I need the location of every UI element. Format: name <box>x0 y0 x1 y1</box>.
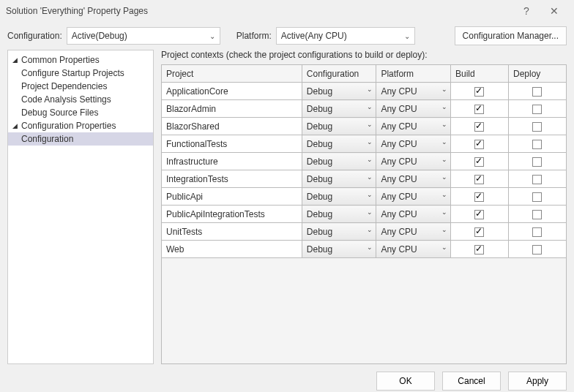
tree-item-configuration[interactable]: Configuration <box>8 132 153 146</box>
apply-button[interactable]: Apply <box>508 372 567 391</box>
cell-build <box>450 135 508 153</box>
build-checkbox[interactable] <box>474 105 484 114</box>
tree-item-debug-source-files[interactable]: Debug Source Files <box>8 106 153 119</box>
build-checkbox[interactable] <box>474 175 484 184</box>
deploy-checkbox[interactable] <box>532 245 542 255</box>
deploy-checkbox[interactable] <box>532 227 542 237</box>
chevron-down-icon: ⌄ <box>367 156 373 163</box>
build-checkbox[interactable] <box>474 245 484 255</box>
cell-build <box>450 153 508 170</box>
configuration-manager-button[interactable]: Configuration Manager... <box>455 26 567 45</box>
content-pane: Project contexts (check the project conf… <box>161 50 567 364</box>
chevron-down-icon: ⌄ <box>367 244 373 251</box>
cell-deploy <box>508 135 566 153</box>
build-checkbox[interactable] <box>474 140 484 149</box>
deploy-checkbox[interactable] <box>532 192 542 202</box>
cell-platform-select[interactable]: Any CPU⌄ <box>376 223 451 241</box>
cell-platform-select[interactable]: Any CPU⌄ <box>376 135 451 153</box>
cancel-button[interactable]: Cancel <box>442 372 501 391</box>
cell-build <box>450 241 508 258</box>
cell-config-select[interactable]: Debug⌄ <box>302 83 376 100</box>
configuration-select[interactable]: Active(Debug) ⌄ <box>67 27 220 45</box>
ok-button[interactable]: OK <box>376 372 435 391</box>
cell-project: Infrastructure <box>162 153 302 170</box>
chevron-down-icon: ⌄ <box>404 32 410 40</box>
cell-config-select[interactable]: Debug⌄ <box>302 206 376 223</box>
cell-build <box>450 188 508 206</box>
collapse-icon: ◢ <box>12 56 21 64</box>
tree-item-startup-projects[interactable]: Configure Startup Projects <box>8 67 153 80</box>
deploy-checkbox[interactable] <box>532 105 542 114</box>
platform-value: Active(Any CPU) <box>281 31 347 41</box>
chevron-down-icon: ⌄ <box>441 138 447 146</box>
table-row: BlazorSharedDebug⌄Any CPU⌄ <box>162 118 567 135</box>
chevron-down-icon: ⌄ <box>441 191 447 198</box>
cell-project: PublicApi <box>162 188 302 206</box>
collapse-icon: ◢ <box>12 122 21 129</box>
tree-item-code-analysis[interactable]: Code Analysis Settings <box>8 93 153 106</box>
tree-node-common-properties[interactable]: ◢ Common Properties <box>8 53 153 67</box>
cell-build <box>450 118 508 135</box>
cell-platform-select[interactable]: Any CPU⌄ <box>376 100 451 118</box>
cell-project: Web <box>162 241 302 258</box>
deploy-checkbox[interactable] <box>532 140 542 149</box>
cell-config-select[interactable]: Debug⌄ <box>302 223 376 241</box>
cell-deploy <box>508 153 566 170</box>
table-row: WebDebug⌄Any CPU⌄ <box>162 241 567 258</box>
close-icon[interactable]: ✕ <box>540 5 568 17</box>
cell-platform-select[interactable]: Any CPU⌄ <box>376 83 451 100</box>
deploy-checkbox[interactable] <box>532 157 542 167</box>
build-checkbox[interactable] <box>474 210 484 219</box>
build-checkbox[interactable] <box>474 87 484 97</box>
chevron-down-icon: ⌄ <box>367 121 373 128</box>
cell-platform-select[interactable]: Any CPU⌄ <box>376 153 451 170</box>
cell-platform-select[interactable]: Any CPU⌄ <box>376 188 451 206</box>
cell-config-select[interactable]: Debug⌄ <box>302 153 376 170</box>
deploy-checkbox[interactable] <box>532 210 542 219</box>
chevron-down-icon: ⌄ <box>367 173 373 181</box>
build-checkbox[interactable] <box>474 227 484 237</box>
cell-config-select[interactable]: Debug⌄ <box>302 188 376 206</box>
deploy-checkbox[interactable] <box>532 87 542 97</box>
cell-platform-select[interactable]: Any CPU⌄ <box>376 170 451 188</box>
tree-item-project-dependencies[interactable]: Project Dependencies <box>8 80 153 93</box>
cell-build <box>450 83 508 100</box>
cell-config-select[interactable]: Debug⌄ <box>302 100 376 118</box>
col-project[interactable]: Project <box>162 65 302 83</box>
configuration-label: Configuration: <box>7 31 62 41</box>
tree-node-configuration-properties[interactable]: ◢ Configuration Properties <box>8 119 153 132</box>
build-checkbox[interactable] <box>474 192 484 202</box>
cell-platform-select[interactable]: Any CPU⌄ <box>376 206 451 223</box>
col-deploy[interactable]: Deploy <box>508 65 566 83</box>
cell-config-select[interactable]: Debug⌄ <box>302 118 376 135</box>
build-checkbox[interactable] <box>474 157 484 167</box>
cell-config-select[interactable]: Debug⌄ <box>302 241 376 258</box>
deploy-checkbox[interactable] <box>532 175 542 184</box>
cell-deploy <box>508 170 566 188</box>
platform-select[interactable]: Active(Any CPU) ⌄ <box>276 27 415 45</box>
chevron-down-icon: ⌄ <box>441 226 447 233</box>
cell-deploy <box>508 83 566 100</box>
help-icon[interactable]: ? <box>512 5 540 17</box>
cell-config-select[interactable]: Debug⌄ <box>302 170 376 188</box>
cell-platform-select[interactable]: Any CPU⌄ <box>376 241 451 258</box>
cell-project: BlazorShared <box>162 118 302 135</box>
col-build[interactable]: Build <box>450 65 508 83</box>
cell-project: PublicApiIntegrationTests <box>162 206 302 223</box>
cell-project: FunctionalTests <box>162 135 302 153</box>
instructions-text: Project contexts (check the project conf… <box>161 50 567 64</box>
projects-table: Project Configuration Platform Build Dep… <box>161 64 567 258</box>
cell-build <box>450 170 508 188</box>
cell-project: UnitTests <box>162 223 302 241</box>
table-row: ApplicationCoreDebug⌄Any CPU⌄ <box>162 83 567 100</box>
cell-platform-select[interactable]: Any CPU⌄ <box>376 118 451 135</box>
table-row: PublicApiIntegrationTestsDebug⌄Any CPU⌄ <box>162 206 567 223</box>
cell-config-select[interactable]: Debug⌄ <box>302 135 376 153</box>
deploy-checkbox[interactable] <box>532 122 542 132</box>
col-configuration[interactable]: Configuration <box>302 65 376 83</box>
configuration-value: Active(Debug) <box>72 31 127 41</box>
build-checkbox[interactable] <box>474 122 484 132</box>
col-platform[interactable]: Platform <box>376 65 451 83</box>
cell-deploy <box>508 118 566 135</box>
table-row: FunctionalTestsDebug⌄Any CPU⌄ <box>162 135 567 153</box>
